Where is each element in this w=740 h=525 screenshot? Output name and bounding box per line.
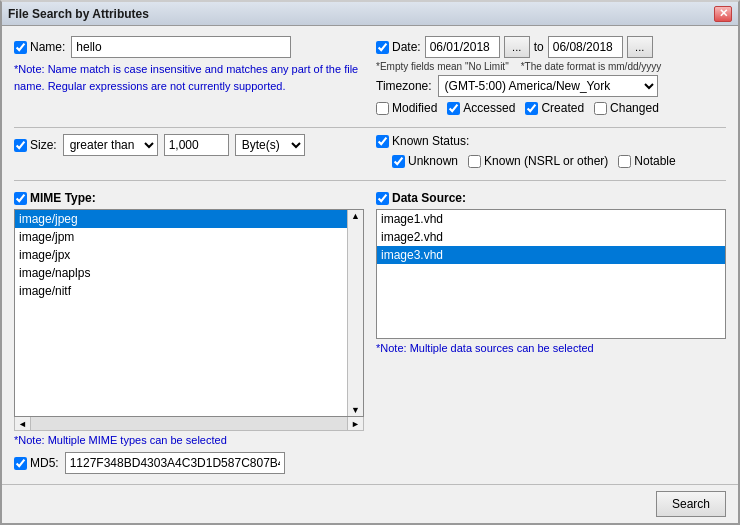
date-note1: *Empty fields mean "No Limit" — [376, 61, 509, 72]
accessed-checkbox-label[interactable]: Accessed — [447, 101, 515, 115]
name-checkbox[interactable] — [14, 41, 27, 54]
size-section: Size: greater than less than equal to no… — [14, 134, 364, 160]
mime-listbox[interactable]: image/jpeg image/jpm image/jpx image/nap… — [15, 210, 347, 325]
known-label: Known (NSRL or other) — [484, 154, 608, 168]
size-operator-select[interactable]: greater than less than equal to not equa… — [63, 134, 158, 156]
name-checkbox-label[interactable]: Name: — [14, 40, 65, 54]
search-button[interactable]: Search — [656, 491, 726, 517]
changed-checkbox[interactable] — [594, 102, 607, 115]
date-type-checkboxes: Modified Accessed Created Changed — [376, 101, 726, 115]
date-section: Date: ... to ... *Empty fields mean "No … — [376, 36, 726, 115]
size-checkbox[interactable] — [14, 139, 27, 152]
created-checkbox-label[interactable]: Created — [525, 101, 584, 115]
notable-checkbox-label[interactable]: Notable — [618, 154, 675, 168]
md5-checkbox[interactable] — [14, 457, 27, 470]
mime-listbox-container: image/jpeg image/jpm image/jpx image/nap… — [14, 209, 364, 417]
scrollbar[interactable]: ▲ ▼ — [347, 210, 363, 416]
list-item[interactable]: image3.vhd — [377, 246, 725, 264]
timezone-row: Timezone: (GMT-5:00) America/New_York(GM… — [376, 75, 726, 97]
modified-label: Modified — [392, 101, 437, 115]
list-item[interactable]: image/jpm — [15, 228, 347, 246]
timezone-select[interactable]: (GMT-5:00) America/New_York(GMT-8:00) Am… — [438, 75, 658, 97]
main-window: File Search by Attributes ✕ Name: *Note:… — [0, 0, 740, 525]
content-area: Name: *Note: Name match is case insensit… — [2, 26, 738, 484]
scrollbar-h-container: ◄ ► — [14, 417, 364, 431]
mime-section: MIME Type: image/jpeg image/jpm image/jp… — [14, 191, 364, 446]
name-section: Name: *Note: Name match is case insensit… — [14, 36, 364, 97]
scroll-right[interactable]: ► — [347, 417, 363, 430]
known-status-checkbox[interactable] — [376, 135, 389, 148]
date-checkbox-label[interactable]: Date: — [376, 40, 421, 54]
datasource-checkbox[interactable] — [376, 192, 389, 205]
to-label: to — [534, 40, 544, 54]
date-checkbox[interactable] — [376, 41, 389, 54]
size-value-input[interactable] — [164, 134, 229, 156]
known-status-row: Known Status: Unknown Known (NSRL or oth… — [376, 134, 726, 168]
window-title: File Search by Attributes — [8, 7, 149, 21]
footer: Search — [2, 484, 738, 523]
mime-checkbox-label[interactable]: MIME Type: — [14, 191, 96, 205]
list-item[interactable]: image/nitf — [15, 282, 347, 300]
mime-header: MIME Type: — [14, 191, 364, 205]
date-from-button[interactable]: ... — [504, 36, 530, 58]
datasource-label: Data Source: — [392, 191, 466, 205]
datasource-header: Data Source: — [376, 191, 726, 205]
mime-checkbox[interactable] — [14, 192, 27, 205]
unknown-checkbox[interactable] — [392, 155, 405, 168]
known-status-checks: Unknown Known (NSRL or other) Notable — [392, 154, 676, 168]
known-checkbox-label[interactable]: Known (NSRL or other) — [468, 154, 608, 168]
datasource-note: *Note: Multiple data sources can be sele… — [376, 342, 726, 354]
title-bar: File Search by Attributes ✕ — [2, 2, 738, 26]
top-row: Name: *Note: Name match is case insensit… — [14, 36, 726, 115]
unknown-label: Unknown — [408, 154, 458, 168]
known-status-label: Known Status: — [392, 134, 469, 148]
scroll-down[interactable]: ▼ — [349, 405, 362, 415]
scroll-up[interactable]: ▲ — [349, 211, 362, 221]
date-to-button[interactable]: ... — [627, 36, 653, 58]
datasource-checkbox-label[interactable]: Data Source: — [376, 191, 466, 205]
modified-checkbox[interactable] — [376, 102, 389, 115]
date-from-input[interactable] — [425, 36, 500, 58]
modified-checkbox-label[interactable]: Modified — [376, 101, 437, 115]
date-to-input[interactable] — [548, 36, 623, 58]
mime-note: *Note: Multiple MIME types can be select… — [14, 434, 364, 446]
md5-input[interactable] — [65, 452, 285, 474]
notable-checkbox[interactable] — [618, 155, 631, 168]
unknown-checkbox-label[interactable]: Unknown — [392, 154, 458, 168]
list-item[interactable]: image2.vhd — [377, 228, 725, 246]
created-label: Created — [541, 101, 584, 115]
size-checkbox-label[interactable]: Size: — [14, 138, 57, 152]
md5-checkbox-label[interactable]: MD5: — [14, 456, 59, 470]
date-note2: *The date format is mm/dd/yyyy — [521, 61, 662, 72]
middle-row: Size: greater than less than equal to no… — [14, 134, 726, 168]
changed-checkbox-label[interactable]: Changed — [594, 101, 659, 115]
mime-label: MIME Type: — [30, 191, 96, 205]
datasource-section: Data Source: image1.vhd image2.vhd image… — [376, 191, 726, 446]
name-note2: name. Regular expressions are not curren… — [14, 79, 364, 94]
known-status-section: Known Status: Unknown Known (NSRL or oth… — [376, 134, 726, 168]
close-button[interactable]: ✕ — [714, 6, 732, 22]
name-field-row: Name: — [14, 36, 364, 58]
date-field-row: Date: ... to ... — [376, 36, 726, 58]
created-checkbox[interactable] — [525, 102, 538, 115]
divider-2 — [14, 180, 726, 181]
divider-1 — [14, 127, 726, 128]
list-item[interactable]: image/naplps — [15, 264, 347, 282]
size-label: Size: — [30, 138, 57, 152]
list-item[interactable]: image/jpx — [15, 246, 347, 264]
name-input[interactable] — [71, 36, 291, 58]
changed-label: Changed — [610, 101, 659, 115]
accessed-checkbox[interactable] — [447, 102, 460, 115]
name-label: Name: — [30, 40, 65, 54]
list-item[interactable]: image/jpeg — [15, 210, 347, 228]
accessed-label: Accessed — [463, 101, 515, 115]
known-status-checkbox-label[interactable]: Known Status: — [376, 134, 469, 148]
datasource-listbox[interactable]: image1.vhd image2.vhd image3.vhd — [376, 209, 726, 339]
name-note1: *Note: Name match is case insensitive an… — [14, 62, 364, 77]
known-checkbox[interactable] — [468, 155, 481, 168]
scroll-left[interactable]: ◄ — [15, 417, 31, 430]
scrollbar-track-h[interactable] — [31, 417, 347, 430]
list-item[interactable]: image1.vhd — [377, 210, 725, 228]
size-unit-select[interactable]: Byte(s) KB MB GB — [235, 134, 305, 156]
bottom-section: MIME Type: image/jpeg image/jpm image/jp… — [14, 191, 726, 446]
